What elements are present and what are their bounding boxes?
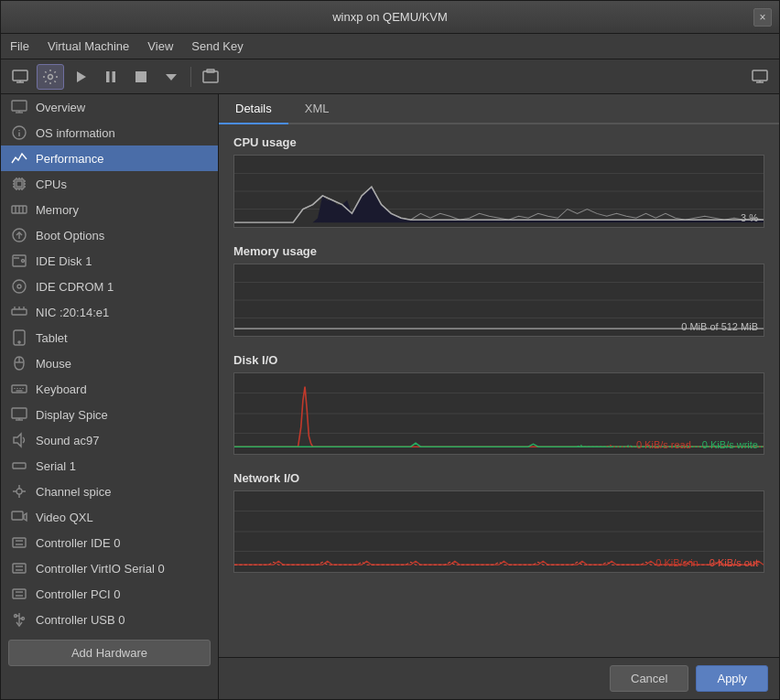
- svg-rect-0: [13, 70, 27, 81]
- controller-virtio-icon: [10, 559, 28, 577]
- right-panel: Details XML CPU usage: [219, 94, 779, 699]
- tab-details[interactable]: Details: [219, 94, 288, 124]
- sidebar-item-overview[interactable]: Overview: [1, 94, 218, 120]
- os-information-icon: [10, 124, 28, 142]
- svg-marker-8: [166, 74, 177, 81]
- sidebar-label-tablet: Tablet: [36, 331, 68, 345]
- svg-rect-45: [12, 309, 27, 315]
- titlebar: winxp on QEMU/KVM ×: [1, 1, 779, 34]
- sidebar-item-tablet[interactable]: Tablet: [1, 325, 218, 350]
- sidebar-label-serial-1: Serial 1: [36, 459, 76, 473]
- sidebar-label-nic: NIC :20:14:e1: [36, 306, 109, 319]
- bottom-bar: Cancel Apply: [219, 657, 779, 699]
- svg-rect-14: [12, 101, 27, 111]
- add-hardware-button[interactable]: Add Hardware: [8, 640, 211, 666]
- tab-xml[interactable]: XML: [288, 94, 346, 124]
- controller-pci-icon: [10, 585, 28, 603]
- sound-icon: [10, 431, 28, 449]
- sidebar-item-ide-disk-1[interactable]: IDE Disk 1: [1, 248, 218, 274]
- sidebar-label-overview: Overview: [36, 101, 85, 114]
- disk-write-label: 0 KiB/s write: [702, 439, 758, 450]
- sidebar-item-channel-spice[interactable]: Channel spice: [1, 479, 218, 504]
- sidebar-item-controller-pci-0[interactable]: Controller PCI 0: [1, 581, 218, 607]
- sidebar-label-mouse: Mouse: [36, 357, 71, 371]
- menu-virtual-machine[interactable]: Virtual Machine: [38, 36, 138, 57]
- menubar: File Virtual Machine View Send Key: [1, 34, 779, 59]
- ide-cdrom-icon: [10, 277, 28, 296]
- network-io-title: Network I/O: [233, 471, 764, 485]
- sidebar-item-os-information[interactable]: OS information: [1, 120, 218, 145]
- cpus-icon: [10, 175, 28, 193]
- svg-rect-21: [16, 181, 22, 187]
- sidebar-item-cpus[interactable]: CPUs: [1, 171, 218, 197]
- cpu-usage-chart: 3 %: [233, 155, 764, 228]
- sidebar-item-display-spice[interactable]: Display Spice: [1, 402, 218, 427]
- svg-point-43: [13, 280, 26, 293]
- tabs-bar: Details XML: [219, 94, 779, 124]
- sidebar-label-display-spice: Display Spice: [36, 408, 108, 422]
- sidebar-item-performance[interactable]: Performance: [1, 145, 218, 171]
- sidebar-item-mouse[interactable]: Mouse: [1, 350, 218, 376]
- disk-io-chart: 0 KiB/s read 0 KiB/s write: [233, 372, 764, 455]
- sidebar-label-os-information: OS information: [36, 126, 115, 140]
- cpu-usage-title: CPU usage: [233, 135, 764, 149]
- toolbar-separator: [190, 67, 191, 87]
- sidebar-label-memory: Memory: [36, 203, 79, 217]
- sidebar-item-boot-options[interactable]: Boot Options: [1, 222, 218, 248]
- cancel-button[interactable]: Cancel: [610, 665, 688, 692]
- sidebar-item-controller-usb-0[interactable]: Controller USB 0: [1, 607, 218, 632]
- sidebar-label-boot-options: Boot Options: [36, 229, 104, 242]
- toolbar-settings-button[interactable]: [37, 64, 64, 90]
- toolbar-pause-button[interactable]: [97, 64, 125, 90]
- keyboard-icon: [10, 380, 28, 398]
- overview-icon: [10, 98, 28, 116]
- memory-usage-chart: 0 MiB of 512 MiB: [233, 264, 764, 337]
- sidebar-item-nic[interactable]: NIC :20:14:e1: [1, 299, 218, 325]
- sidebar-item-keyboard[interactable]: Keyboard: [1, 376, 218, 402]
- memory-icon: [10, 200, 28, 219]
- svg-rect-59: [12, 408, 27, 418]
- network-io-chart: 0 KiB/s in 0 KiB/s out: [233, 490, 764, 573]
- svg-rect-73: [13, 564, 26, 573]
- menu-view[interactable]: View: [138, 36, 182, 57]
- toolbar: [1, 59, 779, 94]
- close-button[interactable]: ×: [753, 8, 772, 27]
- sidebar-label-video-qxl: Video QXL: [36, 511, 93, 524]
- sidebar-item-ide-cdrom-1[interactable]: IDE CDROM 1: [1, 274, 218, 299]
- nic-icon: [10, 303, 28, 321]
- sidebar-item-sound-ac97[interactable]: Sound ac97: [1, 427, 218, 453]
- menu-send-key[interactable]: Send Key: [182, 36, 252, 57]
- network-out-label: 0 KiB/s out: [710, 557, 758, 568]
- main-window: winxp on QEMU/KVM × File Virtual Machine…: [0, 0, 780, 700]
- sidebar-label-channel-spice: Channel spice: [36, 485, 111, 499]
- sidebar-item-serial-1[interactable]: Serial 1: [1, 453, 218, 479]
- svg-rect-9: [203, 71, 218, 82]
- sidebar-label-keyboard: Keyboard: [36, 382, 87, 396]
- toolbar-display-button[interactable]: [746, 64, 774, 90]
- mouse-icon: [10, 354, 28, 372]
- toolbar-stop-button[interactable]: [127, 64, 155, 90]
- sidebar-item-memory[interactable]: Memory: [1, 197, 218, 222]
- channel-spice-icon: [10, 482, 28, 501]
- sidebar-item-video-qxl[interactable]: Video QXL: [1, 504, 218, 530]
- sidebar-item-controller-virtio-serial-0[interactable]: Controller VirtIO Serial 0: [1, 555, 218, 581]
- boot-options-icon: [10, 226, 28, 244]
- toolbar-more-button[interactable]: [157, 64, 185, 90]
- svg-point-67: [16, 489, 22, 494]
- toolbar-run-button[interactable]: [67, 64, 94, 90]
- toolbar-screenshot-button[interactable]: [197, 64, 224, 90]
- disk-read-label: 0 KiB/s read: [636, 439, 691, 450]
- cpu-chart-svg: [234, 156, 764, 227]
- svg-rect-76: [13, 589, 26, 598]
- apply-button[interactable]: Apply: [696, 665, 768, 692]
- performance-icon: [10, 149, 28, 167]
- svg-rect-68: [12, 512, 23, 520]
- memory-usage-section: Memory usage 0 MiB of 512 MiB: [233, 244, 764, 337]
- cpu-usage-section: CPU usage 3 %: [233, 135, 764, 228]
- ide-disk-icon: [10, 252, 28, 270]
- sidebar-label-controller-pci-0: Controller PCI 0: [36, 587, 120, 601]
- sidebar-item-controller-ide-0[interactable]: Controller IDE 0: [1, 530, 218, 555]
- toolbar-vm-button[interactable]: [6, 64, 34, 90]
- menu-file[interactable]: File: [1, 36, 38, 57]
- video-qxl-icon: [10, 508, 28, 526]
